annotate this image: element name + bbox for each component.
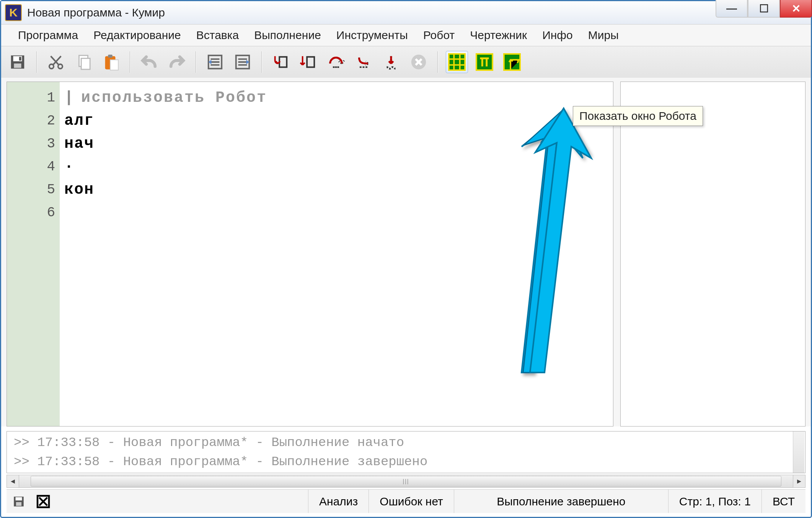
close-button[interactable]: ✕ [780, 0, 812, 18]
stepinto-button[interactable] [380, 51, 402, 73]
run-icon [272, 53, 290, 71]
stop-icon [410, 53, 427, 71]
menu-insert[interactable]: Вставка [189, 27, 246, 43]
code-editor[interactable]: | использовать Робот алг нач · кон [60, 82, 613, 426]
copy-icon [75, 53, 92, 71]
svg-rect-9 [108, 55, 113, 58]
stop-button[interactable] [408, 51, 430, 73]
cut-button[interactable] [45, 51, 67, 73]
editor-pane: 1 2 3 4 5 6 | использовать Робот алг нач… [7, 82, 613, 426]
status-analysis: Анализ [308, 490, 368, 513]
status-save-button[interactable] [7, 495, 31, 508]
close-icon: ✕ [792, 2, 801, 15]
maximize-button[interactable]: ☐ [748, 0, 780, 18]
menu-edit[interactable]: Редактирование [86, 27, 188, 43]
code-text: · [64, 158, 74, 175]
step-button[interactable] [297, 51, 320, 73]
status-error-button[interactable] [31, 495, 55, 508]
svg-rect-21 [16, 497, 22, 500]
line-num: 3 [7, 132, 55, 155]
step-icon [300, 53, 317, 71]
paste-button[interactable] [100, 51, 122, 73]
outdent-button[interactable] [232, 51, 254, 73]
svg-rect-22 [16, 502, 21, 506]
code-text: нач [64, 135, 94, 152]
svg-rect-16 [449, 54, 465, 70]
window-controls: — ☐ ✕ [716, 0, 812, 18]
menu-program[interactable]: Программа [11, 27, 85, 43]
error-x-icon [36, 495, 50, 508]
robot-mode2-button[interactable] [473, 51, 496, 73]
tooltip: Показать окно Робота [573, 106, 703, 126]
save-small-icon [12, 495, 25, 508]
redo-icon [168, 53, 186, 71]
stepover-button[interactable] [325, 51, 347, 73]
scroll-left-button[interactable]: ◄ [7, 475, 19, 487]
cut-icon [47, 53, 65, 71]
code-text: алг [64, 112, 94, 129]
redo-button[interactable] [166, 51, 188, 73]
status-errors: Ошибок нет [368, 490, 453, 513]
minimize-button[interactable]: — [716, 0, 748, 18]
paste-icon [102, 53, 120, 71]
svg-rect-18 [476, 54, 492, 70]
line-num: 6 [7, 201, 55, 224]
svg-rect-3 [19, 57, 21, 61]
titlebar: K Новая программа - Кумир — ☐ ✕ [1, 1, 811, 24]
robot-pi-icon [476, 53, 493, 71]
robot-axes-icon [503, 53, 521, 71]
stepout-icon [355, 53, 372, 71]
console-vscroll[interactable] [793, 431, 804, 473]
scroll-right-button[interactable]: ► [793, 475, 805, 487]
line-num: 5 [7, 178, 55, 201]
status-insert-mode: ВСТ [761, 490, 805, 513]
menu-execute[interactable]: Выполнение [247, 27, 328, 43]
stepout-button[interactable] [352, 51, 375, 73]
side-pane [620, 82, 805, 426]
status-cursor-position: Стр: 1, Поз: 1 [668, 490, 761, 513]
outdent-icon [234, 53, 251, 71]
menubar: Программа Редактирование Вставка Выполне… [1, 24, 811, 46]
stepinto-icon [382, 53, 400, 71]
line-num: 2 [7, 109, 55, 132]
code-text: использовать Робот [81, 89, 267, 106]
robot-mode3-button[interactable] [501, 51, 523, 73]
svg-rect-2 [14, 64, 21, 68]
window-title: Новая программа - Кумир [27, 6, 165, 19]
svg-rect-13 [279, 57, 287, 67]
menu-draftsman[interactable]: Чертежник [463, 27, 534, 43]
maximize-icon: ☐ [759, 2, 769, 15]
svg-rect-7 [81, 58, 90, 69]
horizontal-scrollbar[interactable]: ◄ ||| ► [7, 475, 805, 488]
margin-mark: | [64, 87, 72, 109]
undo-button[interactable] [138, 51, 160, 73]
line-num: 1 [7, 87, 55, 109]
statusbar: Анализ Ошибок нет Выполнение завершено С… [7, 489, 805, 513]
line-num: 4 [7, 155, 55, 178]
status-execution: Выполнение завершено [454, 490, 668, 513]
save-button[interactable] [7, 51, 29, 73]
code-text: кон [64, 181, 94, 198]
show-robot-button[interactable] [446, 51, 468, 73]
app-window: K Новая программа - Кумир — ☐ ✕ Программ… [0, 0, 812, 518]
indent-button[interactable] [204, 51, 226, 73]
menu-info[interactable]: Инфо [535, 27, 580, 43]
line-gutter: 1 2 3 4 5 6 [7, 82, 60, 426]
toolbar [1, 46, 811, 78]
stepover-icon [327, 53, 345, 71]
menu-tools[interactable]: Инструменты [329, 27, 415, 43]
indent-icon [206, 53, 224, 71]
svg-rect-14 [307, 57, 314, 67]
main-area: 1 2 3 4 5 6 | использовать Робот алг нач… [1, 78, 811, 426]
menu-robot[interactable]: Робот [416, 27, 461, 43]
scroll-thumb[interactable]: ||| [31, 476, 781, 487]
svg-rect-10 [110, 60, 118, 70]
scroll-track[interactable]: ||| [19, 475, 793, 487]
undo-icon [140, 53, 158, 71]
save-icon [9, 53, 26, 71]
minimize-icon: — [726, 2, 737, 15]
run-button[interactable] [270, 51, 292, 73]
output-console[interactable]: >> 17:33:58 - Новая программа* - Выполне… [7, 431, 805, 473]
menu-worlds[interactable]: Миры [581, 27, 626, 43]
copy-button[interactable] [72, 51, 95, 73]
